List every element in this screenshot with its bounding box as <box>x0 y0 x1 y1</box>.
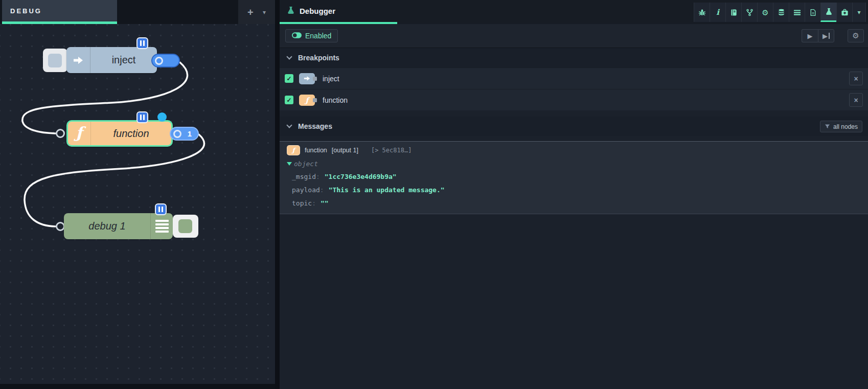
panel-title: Debugger <box>300 7 335 15</box>
inject-breakpoint-pause-icon[interactable] <box>136 37 148 49</box>
message-field-msgid: _msgid "1cc736e3e4d69b9a" <box>287 170 868 183</box>
field-key: _msgid <box>292 173 325 180</box>
sidebar-icon-strip: i ⚙ <box>694 3 866 22</box>
list-icon[interactable] <box>789 3 805 22</box>
remove-breakpoint-button[interactable]: × <box>849 72 863 85</box>
function-node-label: function <box>91 122 171 145</box>
filter-funnel-icon <box>825 124 830 129</box>
database-icon[interactable] <box>773 3 789 22</box>
node-function[interactable]: ƒ function <box>66 120 173 147</box>
field-key: topic <box>292 199 321 207</box>
debug-message: ƒ function [output 1] [> 5ec818…] object… <box>280 141 868 214</box>
flow-canvas[interactable]: inject ƒ function 1 debug 1 <box>0 24 275 384</box>
debug-breakpoint-pause-icon[interactable] <box>155 203 167 215</box>
breakpoints-title: Breakpoints <box>298 54 339 62</box>
debugger-settings-button[interactable]: ⚙ <box>848 29 864 42</box>
info-icon[interactable]: i <box>710 3 725 22</box>
canvas-footer <box>0 384 275 389</box>
file-icon[interactable] <box>805 3 820 22</box>
panel-splitter[interactable] <box>275 0 280 389</box>
messages-title: Messages <box>298 122 332 130</box>
messages-section-header[interactable]: Messages all nodes <box>280 117 868 136</box>
bug-icon[interactable] <box>694 3 710 22</box>
first-aid-icon[interactable] <box>836 3 852 22</box>
inject-node-label: inject <box>90 47 157 73</box>
breakpoint-row-function[interactable]: ✓ ƒ function × <box>280 89 868 110</box>
gear-icon[interactable]: ⚙ <box>757 3 773 22</box>
debug-toggle-button[interactable] <box>173 215 198 238</box>
field-value: "This is an updated message." <box>329 186 445 194</box>
tab-debug-flow[interactable]: DEBUG <box>2 0 117 24</box>
book-icon[interactable] <box>725 3 741 22</box>
sidebar-menu-caret[interactable]: ▾ <box>852 3 866 22</box>
debugger-controls: ▶ ▶ ⚙ <box>802 29 864 42</box>
function-output-paused-indicator[interactable]: 1 <box>170 127 199 141</box>
message-body: object _msgid "1cc736e3e4d69b9a" payload… <box>280 157 868 210</box>
function-input-port[interactable] <box>56 129 65 138</box>
function-paused-count: 1 <box>181 129 198 138</box>
debugger-panel-header: Debugger i ⚙ <box>280 0 868 24</box>
inject-output-port-ring <box>155 57 163 65</box>
function-output-port-ring <box>173 130 181 138</box>
function-breakpoint-pause-icon[interactable] <box>136 111 148 123</box>
remove-breakpoint-button[interactable]: × <box>849 93 863 107</box>
node-red-app: DEBUG + ▾ inject <box>0 0 868 389</box>
breakpoints-section-header[interactable]: Breakpoints <box>280 48 868 67</box>
resume-button[interactable]: ▶ <box>802 29 818 42</box>
inject-mini-node-icon <box>299 73 315 84</box>
breakpoint-checkbox-inject[interactable]: ✓ <box>285 74 293 83</box>
wires-layer <box>0 24 275 384</box>
debug-list-icon <box>150 213 173 239</box>
message-source: function <box>305 147 327 154</box>
flow-menu-caret[interactable]: ▾ <box>263 9 266 16</box>
debug-node-label: debug 1 <box>64 213 150 239</box>
message-filter-button[interactable]: all nodes <box>820 121 862 132</box>
flask-debugger-icon[interactable] <box>820 3 836 22</box>
node-inject[interactable]: inject <box>66 47 157 73</box>
step-bar-icon <box>829 33 830 39</box>
flow-tab-actions: + ▾ <box>238 0 275 24</box>
field-value: "" <box>321 199 329 207</box>
inject-arrow-icon <box>66 47 90 73</box>
breakpoint-row-inject[interactable]: ✓ inject × <box>280 67 868 89</box>
filter-label: all nodes <box>833 123 858 130</box>
step-button[interactable]: ▶ <box>818 29 834 42</box>
inject-trigger-inner <box>48 54 62 67</box>
flask-icon <box>287 6 295 16</box>
chevron-down-icon <box>286 54 292 59</box>
enabled-label: Enabled <box>305 32 331 40</box>
function-mini-node-icon: ƒ <box>287 145 300 155</box>
function-status-dot <box>157 112 167 122</box>
message-output: [output 1] <box>332 147 358 154</box>
breakpoint-checkbox-function[interactable]: ✓ <box>285 96 293 104</box>
debugger-tab[interactable]: Debugger <box>280 0 397 24</box>
debugger-toolbar: Enabled ▶ ▶ ⚙ <box>280 24 868 48</box>
debug-toggle-inner <box>178 219 192 233</box>
field-key: payload <box>292 186 329 194</box>
toggle-on-icon <box>292 31 302 40</box>
object-expander[interactable]: object <box>287 157 868 170</box>
object-type-label: object <box>294 160 318 168</box>
message-field-topic: topic "" <box>287 196 868 210</box>
breakpoint-label: inject <box>323 75 339 83</box>
function-mini-node-icon: ƒ <box>299 95 315 106</box>
debugger-panel: Debugger i ⚙ <box>280 0 868 389</box>
flow-editor: DEBUG + ▾ inject <box>0 0 275 389</box>
wire-function-to-debug[interactable] <box>25 134 204 226</box>
message-header[interactable]: ƒ function [output 1] [> 5ec818…] <box>280 142 868 157</box>
chevron-down-icon <box>286 122 292 128</box>
message-msgid-ref: [> 5ec818…] <box>371 147 412 154</box>
inject-trigger-button[interactable] <box>43 49 67 72</box>
flow-tab-bar: DEBUG + ▾ <box>0 0 275 24</box>
git-branch-icon[interactable] <box>741 3 757 22</box>
node-debug[interactable]: debug 1 <box>64 213 173 239</box>
function-f-icon: ƒ <box>68 122 91 145</box>
enabled-toggle-button[interactable]: Enabled <box>285 29 338 42</box>
expand-triangle-icon <box>287 162 292 166</box>
message-field-payload: payload "This is an updated message." <box>287 183 868 196</box>
inject-output-paused-indicator[interactable] <box>151 54 180 67</box>
breakpoint-label: function <box>323 96 348 104</box>
field-value: "1cc736e3e4d69b9a" <box>325 173 397 180</box>
add-flow-button[interactable]: + <box>247 7 254 17</box>
flow-tab-label: DEBUG <box>10 7 42 15</box>
